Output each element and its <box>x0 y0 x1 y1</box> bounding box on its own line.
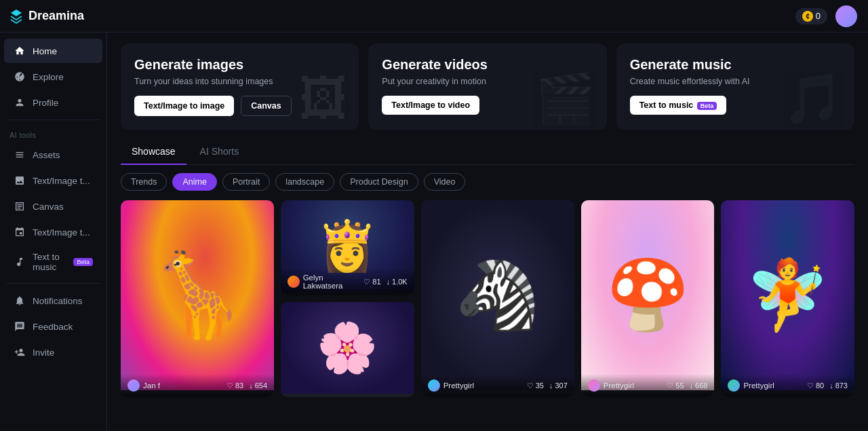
img6-visual: 🌸 <box>281 302 414 394</box>
pill-video[interactable]: Video <box>424 173 466 191</box>
sidebar-item-text-music[interactable]: Text to music Beta <box>4 246 102 278</box>
bell-icon <box>14 295 26 307</box>
img3-user: Prettygirl <box>428 379 474 392</box>
canvas-button[interactable]: Canvas <box>241 96 291 116</box>
img4-footer: Prettygirl ♡ 55 ↓ 668 <box>581 374 715 397</box>
pill-anime[interactable]: Anime <box>172 173 216 191</box>
sidebar-item-invite[interactable]: Invite <box>4 340 102 364</box>
text-to-music-label: Text to music <box>639 100 694 110</box>
sidebar-text-image-label: Text/Image t... <box>33 176 90 186</box>
img5-username: Prettygirl <box>743 381 774 390</box>
img1-user: Jan f <box>127 379 160 392</box>
sidebar-item-text-image2[interactable]: Text/Image t... <box>4 220 102 244</box>
music-title: Generate music <box>630 57 841 73</box>
img2-likes: ♡ 81 <box>363 278 380 286</box>
main-content: 🖼 Generate images Turn your ideas into s… <box>107 33 868 431</box>
logo-icon <box>8 8 24 24</box>
img3-stats: ♡ 35 ↓ 307 <box>527 381 568 390</box>
sidebar-item-notifications[interactable]: Notifications <box>4 288 102 313</box>
music-bg-icon: 🎵 <box>783 74 844 123</box>
filter-pills: Trends Anime Portrait landscape Product … <box>121 173 854 191</box>
img2-downloads: ↓ 1.0K <box>387 278 408 286</box>
gallery-item-6[interactable]: 🌸 <box>281 302 414 397</box>
img1-stats: ♡ 83 ↓ 654 <box>226 381 267 390</box>
text-to-music-button[interactable]: Text to music Beta <box>630 96 727 115</box>
sidebar-item-assets[interactable]: Assets <box>4 143 102 167</box>
img5-visual: 🧚 <box>721 200 854 390</box>
img3-visual: 🦓 <box>421 200 574 390</box>
text-image-to-image-button[interactable]: Text/Image to image <box>134 96 234 116</box>
img5-downloads: ↓ 873 <box>829 381 848 390</box>
sidebar-explore-label: Explore <box>33 72 64 82</box>
pill-landscape[interactable]: landscape <box>275 173 334 191</box>
img5-likes: ♡ 80 <box>807 381 824 390</box>
feature-card-videos: 🎬 Generate videos Put your creativity in… <box>368 43 606 130</box>
pill-portrait[interactable]: Portrait <box>222 173 270 191</box>
sidebar-profile-label: Profile <box>33 98 58 108</box>
feedback-icon <box>14 320 26 333</box>
feature-card-images: 🖼 Generate images Turn your ideas into s… <box>121 43 359 130</box>
assets-icon <box>14 149 26 161</box>
logo[interactable]: Dreamina <box>8 8 84 24</box>
pill-trends[interactable]: Trends <box>121 173 167 191</box>
sidebar-home-label: Home <box>33 46 57 56</box>
sidebar-item-text-image[interactable]: Text/Image t... <box>4 168 102 193</box>
img4-downloads: ↓ 668 <box>690 381 708 390</box>
beta-badge-music: Beta <box>73 258 93 266</box>
img2-footer: Gelyn Lakwatsera ♡ 81 ↓ 1.0K <box>281 268 414 295</box>
sidebar-item-feedback[interactable]: Feedback <box>4 314 102 339</box>
tab-showcase[interactable]: Showcase <box>121 142 186 165</box>
sidebar-item-profile[interactable]: Profile <box>4 90 102 115</box>
music-icon <box>14 256 26 268</box>
text-image-to-video-button[interactable]: Text/Image to video <box>382 96 479 115</box>
text-image-icon <box>14 174 26 187</box>
img1-downloads: ↓ 654 <box>249 381 267 390</box>
beta-badge-card: Beta <box>697 102 717 110</box>
layout: Home Explore Profile AI tools Assets <box>0 33 868 431</box>
explore-icon <box>14 71 26 83</box>
img3-avatar <box>428 379 440 392</box>
sidebar-divider-2 <box>7 283 100 284</box>
img3-downloads: ↓ 307 <box>549 381 568 390</box>
img4-visual: 🍄 <box>581 200 715 390</box>
topbar: Dreamina ₵ 0 <box>0 0 868 33</box>
img1-avatar <box>127 379 140 392</box>
img2-avatar <box>288 276 300 288</box>
img3-likes: ♡ 35 <box>527 381 544 390</box>
img4-user: Prettygirl <box>588 379 634 392</box>
sidebar-canvas-label: Canvas <box>33 202 64 212</box>
sidebar-item-explore[interactable]: Explore <box>4 64 102 89</box>
gallery-item-3[interactable]: 🦓 Prettygirl ♡ 35 ↓ 307 <box>421 200 574 397</box>
sidebar-divider-1 <box>7 119 100 120</box>
sidebar-notifications-label: Notifications <box>33 296 83 306</box>
sidebar-item-canvas[interactable]: Canvas <box>4 194 102 219</box>
img4-avatar <box>588 379 600 392</box>
img5-avatar <box>728 379 740 392</box>
profile-icon <box>14 96 26 109</box>
app-name: Dreamina <box>28 9 84 23</box>
invite-icon <box>14 346 26 358</box>
gallery-item-4[interactable]: 🍄 Prettygirl ♡ 55 ↓ 668 <box>581 200 715 397</box>
img2-user: Gelyn Lakwatsera <box>288 274 363 290</box>
image-grid: 🦒 Jan f ♡ 83 ↓ 654 👸 <box>121 200 854 397</box>
credits-badge[interactable]: ₵ 0 <box>795 8 827 24</box>
credits-value: 0 <box>816 11 821 21</box>
img5-footer: Prettygirl ♡ 80 ↓ 873 <box>721 374 854 397</box>
tab-ai-shorts[interactable]: AI Shorts <box>189 142 250 165</box>
sidebar-item-home[interactable]: Home <box>4 39 102 63</box>
img2-username: Gelyn Lakwatsera <box>303 274 364 290</box>
pill-product-design[interactable]: Product Design <box>340 173 418 191</box>
coin-icon: ₵ <box>802 11 813 22</box>
img4-likes: ♡ 55 <box>667 381 684 390</box>
images-title: Generate images <box>134 57 345 73</box>
avatar[interactable] <box>835 5 857 27</box>
img2-stats: ♡ 81 ↓ 1.0K <box>363 278 407 286</box>
gallery-item-5[interactable]: 🧚 Prettygirl ♡ 80 ↓ 873 <box>721 200 854 397</box>
gallery-item-2[interactable]: 👸 Gelyn Lakwatsera ♡ 81 ↓ 1.0K <box>281 200 414 295</box>
feature-cards: 🖼 Generate images Turn your ideas into s… <box>121 43 854 130</box>
gallery-item-1[interactable]: 🦒 Jan f ♡ 83 ↓ 654 <box>121 200 274 397</box>
sidebar: Home Explore Profile AI tools Assets <box>0 33 107 431</box>
img4-stats: ♡ 55 ↓ 668 <box>667 381 707 390</box>
sidebar-text-music-label: Text to music <box>33 252 65 272</box>
img4-username: Prettygirl <box>604 381 634 390</box>
